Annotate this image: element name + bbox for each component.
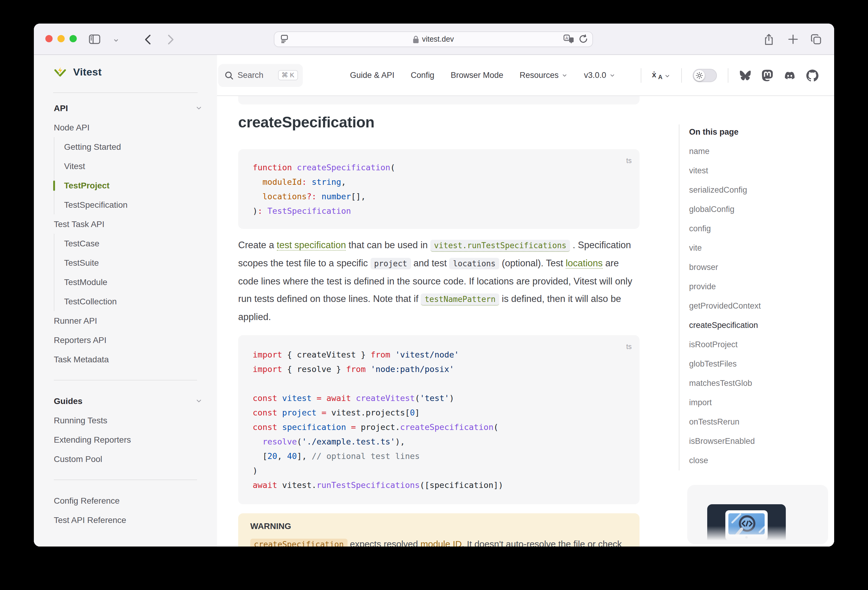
zoom-window-button[interactable] <box>69 35 77 42</box>
toc-item-vitest[interactable]: vitest <box>689 161 818 181</box>
back-button[interactable] <box>140 32 155 47</box>
bluesky-icon[interactable] <box>739 70 751 81</box>
toc-item-import[interactable]: import <box>689 393 818 412</box>
vitest-logo-icon <box>53 65 67 79</box>
code-line: ): TestSpecification <box>252 203 625 218</box>
sidebar-item-runner-api[interactable]: Runner API <box>34 311 217 330</box>
nav-link-label: Guide & API <box>350 71 394 80</box>
toc-item-matchestestglob[interactable]: matchesTestGlob <box>689 374 818 393</box>
sidebar-item-task-metadata[interactable]: Task Metadata <box>34 350 217 369</box>
nav-link-browser-mode[interactable]: Browser Mode <box>451 71 503 80</box>
sidebar-toggle-icon[interactable] <box>87 32 102 47</box>
sidebar-item-testmodule[interactable]: TestModule <box>55 272 217 292</box>
toc-item-createspecification[interactable]: createSpecification <box>689 316 818 335</box>
nav-link-label: Resources <box>520 71 558 80</box>
inline-code-link[interactable]: testNamePattern <box>421 293 499 306</box>
toc-item-close[interactable]: close <box>689 451 818 471</box>
browser-toolbar: vitest.dev A <box>34 24 834 55</box>
github-icon[interactable] <box>806 69 818 81</box>
page-translate-icon[interactable]: A <box>563 34 574 46</box>
sidebar-section-header[interactable]: Guides <box>34 391 217 410</box>
sidebar-item-testproject[interactable]: TestProject <box>55 176 217 195</box>
chevron-down-icon <box>561 72 568 78</box>
code-lang-badge: ts <box>626 339 632 353</box>
toc-item-vite[interactable]: vite <box>689 238 818 258</box>
inline-code-link[interactable]: vitest.runTestSpecifications <box>430 240 570 252</box>
discord-icon[interactable] <box>783 71 796 80</box>
code-line: [20, 40], // optional test lines <box>252 449 625 463</box>
toc-item-globalconfig[interactable]: globalConfig <box>689 200 818 219</box>
sidebar-item-extending-reporters[interactable]: Extending Reporters <box>34 430 217 449</box>
site-title: Vitest <box>73 66 102 78</box>
toc-item-provide[interactable]: provide <box>689 277 818 297</box>
toc-item-ontestsrerun[interactable]: onTestsRerun <box>689 412 818 432</box>
search-icon <box>225 71 233 79</box>
nav-link-config[interactable]: Config <box>411 71 434 80</box>
sidebar-item-vitest[interactable]: Vitest <box>55 156 217 176</box>
reload-icon[interactable] <box>579 34 588 46</box>
sidebar-item-running-tests[interactable]: Running Tests <box>34 410 217 430</box>
theme-toggle-knob <box>694 70 705 81</box>
nav-link-v3-0-0[interactable]: v3.0.0 <box>584 71 616 80</box>
translate-icon: ẋ <box>652 71 656 78</box>
nav-links: Guide & APIConfigBrowser ModeResourcesv3… <box>350 71 616 80</box>
text-link[interactable]: locations <box>566 258 603 269</box>
nav-link-guide-api[interactable]: Guide & API <box>350 71 394 80</box>
sun-icon <box>696 72 703 79</box>
toc-item-config[interactable]: config <box>689 219 818 238</box>
address-bar[interactable]: vitest.dev A <box>275 32 592 47</box>
toc-item-browser[interactable]: browser <box>689 258 818 277</box>
language-switcher[interactable]: ẋ A <box>652 71 670 80</box>
sidebar-divider <box>34 469 217 491</box>
inline-code: project <box>371 258 411 269</box>
sponsor-fade <box>687 526 828 544</box>
sidebar-item-getting-started[interactable]: Getting Started <box>55 137 217 156</box>
code-line: const project = vitest.projects[0] <box>252 405 625 419</box>
forward-button[interactable] <box>163 32 178 47</box>
text-link[interactable]: test specification <box>277 240 346 251</box>
text-link[interactable]: module ID <box>421 539 462 546</box>
social-links <box>739 69 818 81</box>
site-layout: Vitest APINode APIGetting StartedVitestT… <box>34 55 834 546</box>
share-icon[interactable] <box>762 32 776 47</box>
sidebar-item-testcollection[interactable]: TestCollection <box>55 292 217 311</box>
sidebar-item-test-task-api[interactable]: Test Task API <box>34 214 217 234</box>
nav-separator <box>641 68 641 82</box>
code-block-example: ts import { createVitest } from 'vitest/… <box>238 335 639 504</box>
toc-item-isrootproject[interactable]: isRootProject <box>689 335 818 355</box>
sidebar-item-config-reference[interactable]: Config Reference <box>34 491 217 510</box>
minimize-window-button[interactable] <box>58 35 65 42</box>
toc-item-isbrowserenabled[interactable]: isBrowserEnabled <box>689 432 818 451</box>
tab-overview-icon[interactable] <box>809 32 823 47</box>
nav-link-label: Config <box>411 71 434 80</box>
theme-toggle[interactable] <box>693 69 717 82</box>
sidebar-section-header[interactable]: API <box>34 99 217 118</box>
chevron-down-icon <box>664 73 670 79</box>
code-line: resolve('./example.test.ts'), <box>252 434 625 449</box>
search-button[interactable]: Search ⌘ K <box>218 64 303 87</box>
toc-item-name[interactable]: name <box>689 142 818 161</box>
description-paragraph: Create a test specification that can be … <box>238 236 639 325</box>
sidebar-item-test-api-reference[interactable]: Test API Reference <box>34 510 217 530</box>
sidebar-chevron-icon[interactable] <box>109 33 123 48</box>
toc-item-serializedconfig[interactable]: serializedConfig <box>689 181 818 200</box>
chevron-down-icon <box>609 72 616 78</box>
new-tab-icon[interactable] <box>786 32 800 47</box>
sidebar-item-testcase[interactable]: TestCase <box>55 234 217 253</box>
mastodon-icon[interactable] <box>762 69 773 81</box>
toc-item-globtestfiles[interactable]: globTestFiles <box>689 355 818 374</box>
sidebar-item-testsuite[interactable]: TestSuite <box>55 253 217 272</box>
code-line: await vitest.runTestSpecifications([spec… <box>252 477 625 492</box>
sidebar-item-reporters-api[interactable]: Reporters API <box>34 330 217 350</box>
toc-item-getprovidedcontext[interactable]: getProvidedContext <box>689 297 818 316</box>
vitest-logo[interactable]: Vitest <box>53 65 102 79</box>
sidebar-item-custom-pool[interactable]: Custom Pool <box>34 449 217 469</box>
previous-code-block-remnant <box>238 96 639 104</box>
code-line: function createSpecification( <box>252 160 625 175</box>
close-window-button[interactable] <box>45 35 53 42</box>
sidebar-item-testspecification[interactable]: TestSpecification <box>55 195 217 214</box>
sidebar-list: APINode APIGetting StartedVitestTestProj… <box>34 99 217 530</box>
sidebar-item-node-api[interactable]: Node API <box>34 118 217 137</box>
sponsor-card[interactable] <box>687 485 828 544</box>
nav-link-resources[interactable]: Resources <box>520 71 568 80</box>
